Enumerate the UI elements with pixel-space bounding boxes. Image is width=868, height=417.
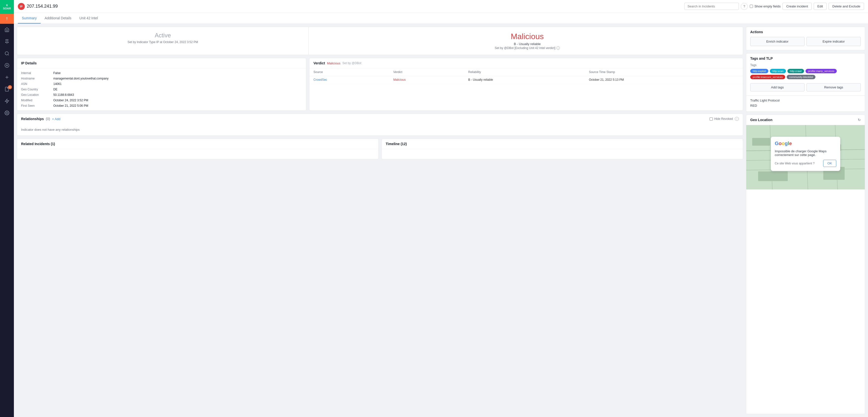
- tag-profile-insecure-services: profile:insecure_services: [750, 75, 785, 79]
- show-empty-label: Show empty fields: [750, 4, 781, 8]
- tlp-value: RED: [750, 104, 861, 107]
- help-button[interactable]: ?: [741, 3, 748, 10]
- map-container: Google Impossible de charger Google Maps…: [746, 125, 865, 189]
- value-modified: October 24, 2022 3:52 PM: [53, 99, 302, 102]
- verdict-panel: Malicious B - Usually reliable Set by @D…: [312, 27, 743, 55]
- label-internal: Internal: [21, 71, 53, 75]
- expire-indicator-button[interactable]: Expire indicator: [807, 37, 861, 46]
- topbar-right: ? Show empty fields Create incident Edit…: [684, 3, 864, 10]
- label-first-seen: First Seen: [21, 104, 53, 107]
- actions-buttons: Enrich indicator Expire indicator: [746, 37, 865, 50]
- verdict-info-icon[interactable]: i: [556, 46, 560, 50]
- verdict-card: Verdict Malicious Set by @DBot Source Ve…: [309, 58, 743, 111]
- label-geo-country: Geo Country: [21, 88, 53, 91]
- remove-tags-button[interactable]: Remove tags: [807, 83, 861, 91]
- relationships-empty-message: Indicator does not have any relationship…: [17, 124, 743, 135]
- map-background: Google Impossible de charger Google Maps…: [746, 125, 865, 189]
- geo-refresh-icon[interactable]: ↻: [858, 118, 861, 122]
- sidebar-item-incidents[interactable]: 22: [0, 83, 14, 95]
- value-geo-location: 50.1188:8.6843: [53, 93, 302, 97]
- verdict-reliability: B - Usually reliable: [318, 42, 737, 46]
- sidebar-item-marketplace[interactable]: [0, 71, 14, 83]
- tlp-title: Traffic Light Protocol: [750, 99, 861, 102]
- relationships-header: Relationships (0) + Add Hide Revoked i: [17, 114, 743, 124]
- svg-rect-18: [758, 171, 788, 181]
- svg-point-8: [6, 112, 8, 114]
- delete-exclude-button[interactable]: Delete and Exclude: [829, 3, 864, 10]
- tab-unit42-intel[interactable]: Unit 42 Intel: [75, 13, 102, 24]
- verdict-current: Malicious: [327, 61, 340, 65]
- main-content: IP 207.154.241.99 ? Show empty fields Cr…: [14, 0, 868, 417]
- tab-summary[interactable]: Summary: [18, 13, 41, 24]
- incidents-badge: 22: [8, 85, 12, 89]
- value-geo-country: DE: [53, 88, 302, 91]
- col-reliability: Reliability: [464, 68, 585, 76]
- status-description: Set by Indicator Type IP at October 24, …: [23, 40, 303, 44]
- google-logo: Google: [775, 141, 836, 146]
- sidebar: XSOAR ! 22: [0, 0, 14, 417]
- content-area: Active Set by Indicator Type IP at Octob…: [14, 24, 868, 417]
- verdict-section-title: Verdict: [313, 61, 325, 65]
- enrich-indicator-button[interactable]: Enrich indicator: [750, 37, 805, 46]
- status-row: Active Set by Indicator Type IP at Octob…: [17, 27, 743, 55]
- sidebar-alert-button[interactable]: !: [0, 14, 14, 24]
- relationships-title: Relationships: [21, 117, 44, 121]
- relationships-info-icon[interactable]: i: [735, 117, 739, 121]
- ip-icon: IP: [18, 3, 25, 10]
- show-empty-checkbox[interactable]: [750, 5, 753, 8]
- tag-http-crawl: http:crawl: [787, 69, 804, 73]
- tlp-section: Traffic Light Protocol RED: [746, 99, 865, 111]
- status-panel: Active Set by Indicator Type IP at Octob…: [17, 27, 309, 55]
- sidebar-item-search[interactable]: [0, 47, 14, 60]
- verdict-value: Malicious: [318, 32, 737, 41]
- edit-button[interactable]: Edit: [814, 3, 827, 10]
- col-verdict: Verdict: [389, 68, 464, 76]
- col-timestamp: Source Time Stamp: [585, 68, 743, 76]
- add-tags-button[interactable]: Add tags: [750, 83, 805, 91]
- row-source: CrowdSec: [309, 76, 389, 84]
- verdict-table: Source Verdict Reliability Source Time S…: [309, 68, 743, 84]
- map-error-message: Impossible de charger Google Maps correc…: [775, 149, 836, 157]
- label-geo-location: Geo Location: [21, 93, 53, 97]
- search-input[interactable]: [684, 3, 739, 10]
- map-ownership-text: Ce site Web vous appartient ?: [775, 162, 815, 165]
- sidebar-item-dashboards[interactable]: [0, 60, 14, 71]
- row-reliability: B - Usually reliable: [464, 76, 585, 84]
- sidebar-item-home[interactable]: [0, 24, 14, 36]
- col-source: Source: [309, 68, 389, 76]
- table-row: CrowdSec Malicious B - Usually reliable …: [309, 76, 743, 84]
- svg-point-4: [6, 65, 8, 66]
- label-asn: ASN: [21, 82, 53, 86]
- tags-tlp-card: Tags and TLP Tags http:exploit http:scan…: [746, 53, 865, 112]
- svg-point-1: [5, 52, 8, 55]
- verdict-set-by: Set by @DBot [Excluding Unit 42 Intel ve…: [318, 46, 737, 50]
- add-relationship-link[interactable]: + Add: [52, 117, 61, 121]
- tab-additional-details[interactable]: Additional Details: [41, 13, 75, 24]
- svg-marker-7: [5, 99, 9, 103]
- middle-row: IP Details Internal False Hostname manag…: [17, 58, 743, 111]
- sidebar-item-pin[interactable]: [0, 36, 14, 47]
- row-timestamp: October 21, 2022 5:13 PM: [585, 76, 743, 84]
- tags-actions: Add tags Remove tags: [746, 81, 865, 95]
- geo-title: Geo Location: [750, 118, 772, 122]
- sidebar-item-lightning[interactable]: [0, 95, 14, 107]
- map-ok-button[interactable]: OK: [823, 160, 836, 167]
- actions-card: Actions Enrich indicator Expire indicato…: [746, 27, 865, 50]
- tags-tlp-title: Tags and TLP: [746, 54, 865, 63]
- related-incidents-card: Related Incidents (1): [17, 139, 379, 159]
- value-hostname: managemental.dont.youlovethat.company: [53, 77, 302, 80]
- value-asn: 14061: [53, 82, 302, 86]
- tag-community-blocklist: community-blocklist: [787, 75, 815, 79]
- create-incident-button[interactable]: Create incident: [782, 3, 811, 10]
- tabs-bar: Summary Additional Details Unit 42 Intel: [14, 13, 868, 24]
- label-modified: Modified: [21, 99, 53, 102]
- sidebar-item-settings[interactable]: [0, 107, 14, 119]
- sidebar-logo: XSOAR: [0, 0, 14, 14]
- hide-revoked-checkbox[interactable]: [710, 117, 713, 120]
- tag-http-exploit: http:exploit: [750, 69, 768, 73]
- verdict-dbot-set: Set by @DBot: [342, 61, 361, 65]
- geo-header: Geo Location ↻: [746, 115, 865, 125]
- actions-title: Actions: [746, 27, 865, 37]
- value-internal: False: [53, 71, 302, 75]
- tags-container: http:exploit http:scan http:crawl profil…: [746, 69, 865, 81]
